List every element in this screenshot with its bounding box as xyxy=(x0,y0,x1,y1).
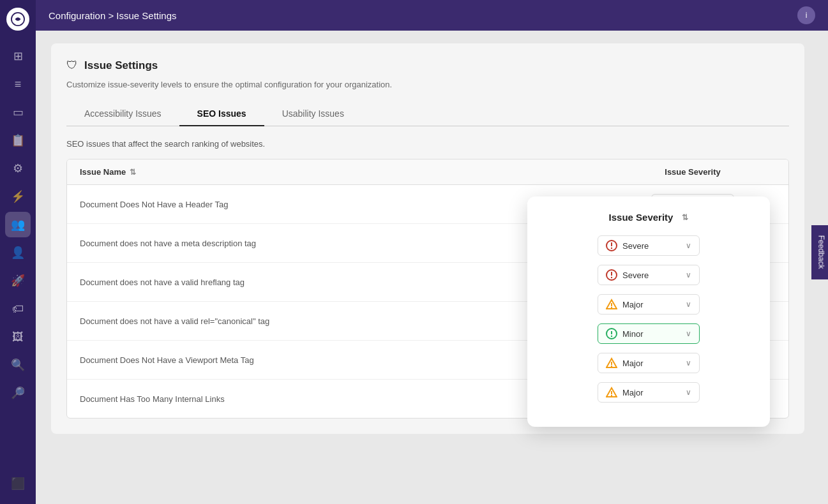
shield-icon: 🛡 xyxy=(66,59,78,72)
sidebar-item-add-user[interactable]: 👤 xyxy=(5,240,31,265)
card-title: Issue Settings xyxy=(84,59,158,72)
minor-icon xyxy=(606,328,617,339)
severe-icon xyxy=(606,240,617,251)
content-area: 🛡 Issue Settings Customize issue-severit… xyxy=(36,31,828,504)
pages-icon: ▭ xyxy=(13,105,24,119)
col-header-name: Issue Name ⇅ xyxy=(80,167,610,177)
section-description: SEO issues that affect the search rankin… xyxy=(66,139,789,149)
major-icon xyxy=(606,357,617,369)
fp-severity-dropdown[interactable]: Major ∨ xyxy=(598,294,700,315)
sidebar-item-team[interactable]: ⚡ xyxy=(5,184,31,209)
sidebar-item-issues[interactable]: 📋 xyxy=(5,128,31,153)
fp-severity-dropdown[interactable]: Severe ∨ xyxy=(598,265,700,285)
severe-icon xyxy=(606,269,617,281)
sidebar-item-person-search[interactable]: 🔎 xyxy=(5,380,31,406)
fp-severity-dropdown[interactable]: Minor ∨ xyxy=(598,323,700,344)
logo[interactable] xyxy=(6,8,29,31)
sidebar-item-search[interactable]: 🔍 xyxy=(5,352,31,378)
tabs-container: Accessibility Issues SEO Issues Usabilit… xyxy=(66,102,789,126)
gallery-icon: 🖼 xyxy=(12,330,24,344)
tab-seo[interactable]: SEO Issues xyxy=(179,102,264,126)
dashboard-icon: ⊞ xyxy=(13,49,23,63)
major-icon xyxy=(606,299,617,310)
header: Configuration > Issue Settings i xyxy=(36,0,828,31)
fp-severity-dropdown[interactable]: Severe ∨ xyxy=(598,235,700,256)
sidebar-item-tag[interactable]: 🏷 xyxy=(5,296,31,322)
team-icon: ⚡ xyxy=(11,189,25,204)
floating-panel-header: Issue Severity ⇅ xyxy=(545,212,752,223)
card-header: 🛡 Issue Settings xyxy=(66,59,789,72)
layers-icon: ⬛ xyxy=(11,477,25,491)
sidebar-item-dashboard[interactable]: ⊞ xyxy=(5,43,31,69)
sidebar-item-users[interactable]: 👥 xyxy=(5,212,31,237)
fp-row: Minor ∨ xyxy=(545,323,752,344)
fp-row: Severe ∨ xyxy=(545,265,752,285)
sidebar: ⊞ ≡ ▭ 📋 ⚙ ⚡ 👥 👤 🚀 🏷 🖼 🔍 🔎 ⬛ xyxy=(0,0,36,504)
add-user-icon: 👤 xyxy=(11,246,25,260)
chevron-down-icon: ∨ xyxy=(686,388,691,397)
sidebar-item-reports[interactable]: ≡ xyxy=(5,71,31,97)
chevron-down-icon: ∨ xyxy=(686,241,691,250)
person-search-icon: 🔎 xyxy=(11,386,25,400)
svg-point-36 xyxy=(611,395,612,396)
fp-row: Major ∨ xyxy=(545,353,752,373)
col-header-severity: Issue Severity xyxy=(610,167,776,177)
svg-point-27 xyxy=(611,307,612,308)
svg-point-21 xyxy=(611,248,612,249)
fp-row: Major ∨ xyxy=(545,294,752,315)
svg-point-24 xyxy=(611,277,612,278)
svg-point-33 xyxy=(611,366,612,367)
sidebar-item-pages[interactable]: ▭ xyxy=(5,100,31,125)
users-icon: 👥 xyxy=(11,218,25,232)
floating-severity-panel: Issue Severity ⇅ Severe ∨ xyxy=(527,196,770,427)
fp-row: Severe ∨ xyxy=(545,235,752,256)
rocket-icon: 🚀 xyxy=(11,274,25,288)
settings-icon: ⚙ xyxy=(13,161,23,175)
chevron-down-icon: ∨ xyxy=(686,329,691,338)
issues-icon: 📋 xyxy=(11,133,25,147)
sidebar-item-layers[interactable]: ⬛ xyxy=(5,471,31,496)
chevron-down-icon: ∨ xyxy=(686,271,691,279)
tab-usability[interactable]: Usability Issues xyxy=(264,102,362,126)
fp-row: Major ∨ xyxy=(545,382,752,403)
main-area: Configuration > Issue Settings i 🛡 Issue… xyxy=(36,0,828,504)
reports-icon: ≡ xyxy=(15,78,22,91)
chevron-down-icon: ∨ xyxy=(686,300,691,309)
svg-point-30 xyxy=(611,336,612,337)
chevron-down-icon: ∨ xyxy=(686,359,691,367)
search-icon: 🔍 xyxy=(11,358,25,372)
user-avatar[interactable]: i xyxy=(797,6,815,24)
table-header-row: Issue Name ⇅ Issue Severity xyxy=(67,159,788,185)
tag-icon: 🏷 xyxy=(12,302,24,316)
fp-severity-dropdown[interactable]: Major ∨ xyxy=(598,382,700,403)
tab-accessibility[interactable]: Accessibility Issues xyxy=(66,102,179,126)
breadcrumb: Configuration > Issue Settings xyxy=(49,10,177,21)
sidebar-item-settings[interactable]: ⚙ xyxy=(5,156,31,181)
feedback-tab[interactable]: Feedback xyxy=(812,225,828,279)
major-icon xyxy=(606,387,617,398)
card-description: Customize issue-severity levels to ensur… xyxy=(66,80,789,89)
sidebar-item-rocket[interactable]: 🚀 xyxy=(5,268,31,293)
sort-severity-icon[interactable]: ⇅ xyxy=(682,213,688,222)
sort-name-icon[interactable]: ⇅ xyxy=(130,168,136,177)
sidebar-item-gallery[interactable]: 🖼 xyxy=(5,324,31,350)
fp-severity-dropdown[interactable]: Major ∨ xyxy=(598,353,700,373)
